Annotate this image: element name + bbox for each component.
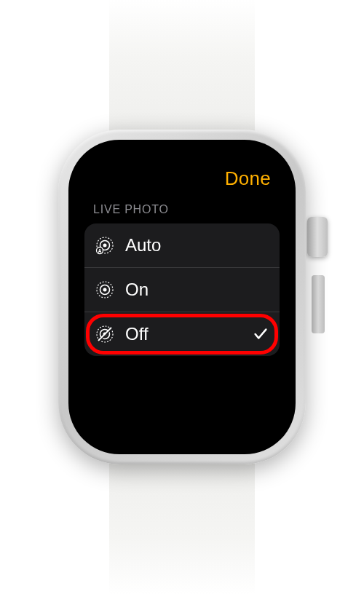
svg-text:A: A [98,248,102,253]
live-photo-options: A Auto O [84,223,280,356]
watch-frame: Done LIVE PHOTO [44,115,320,479]
option-off[interactable]: Off [84,312,280,356]
option-on-label: On [125,280,269,300]
live-photo-off-icon [95,324,115,344]
side-button[interactable] [312,275,325,333]
option-auto[interactable]: A Auto [84,223,280,268]
live-photo-auto-icon: A [95,235,115,256]
done-button[interactable]: Done [225,167,271,190]
watch-band-bottom [109,450,255,594]
watch-case: Done LIVE PHOTO [58,130,306,464]
watch-screen: Done LIVE PHOTO [68,140,296,454]
option-on[interactable]: On [84,268,280,312]
option-off-label: Off [125,324,252,344]
section-label: LIVE PHOTO [84,203,280,223]
screen-content: Done LIVE PHOTO [84,162,280,432]
svg-point-8 [103,288,107,292]
header: Done [84,162,280,203]
option-auto-label: Auto [125,235,269,256]
checkmark-icon [252,325,269,343]
svg-point-2 [103,244,107,248]
live-photo-on-icon [95,280,115,300]
digital-crown[interactable] [307,217,328,257]
watch-band-top [109,0,255,144]
